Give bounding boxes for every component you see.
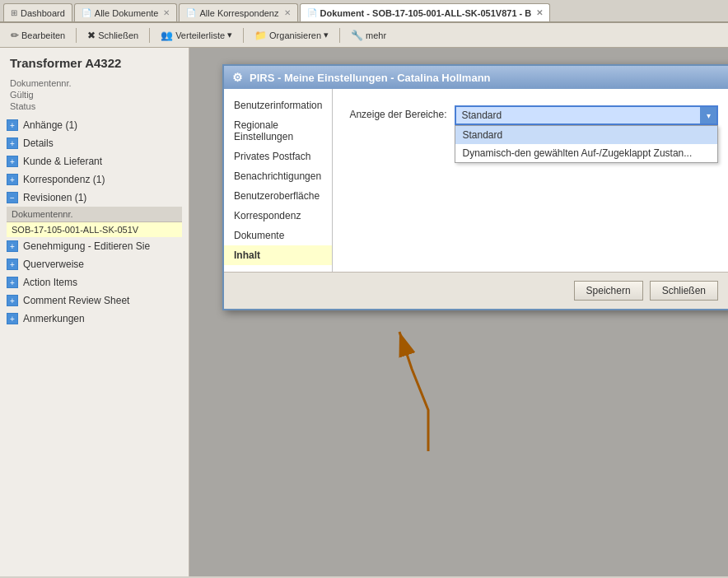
revision-sub-header: Dokumentennr.: [7, 207, 182, 222]
users-icon: 👥: [161, 30, 173, 41]
tab-bar: ⊞ Dashboard 📄 Alle Dokumente ✕ 📄 Alle Ko…: [0, 0, 728, 23]
folder-icon: 📁: [254, 30, 267, 41]
doc-icon-2: 📄: [186, 8, 196, 17]
option-dynamisch-label: Dynamisch-den gewählten Auf-/Zugeklappt …: [462, 147, 692, 159]
bearbeiten-button[interactable]: ✏ Bearbeiten: [7, 27, 69, 44]
revision-row-value: SOB-17-105-001-ALL-SK-051V: [12, 225, 138, 235]
meta-section: Dokumentennr. Gültig Status: [0, 75, 189, 116]
close-icon: ✖: [87, 30, 96, 41]
tab-dashboard[interactable]: ⊞ Dashboard: [3, 3, 72, 21]
section-action-items[interactable]: + Action Items: [0, 273, 189, 291]
nav-postfach-label: Privates Postfach: [234, 151, 310, 162]
verteilerliste-button[interactable]: 👥 Verteilerliste ▾: [156, 27, 236, 44]
dashboard-icon: ⊞: [11, 8, 17, 17]
anhange-label: Anhänge (1): [23, 119, 77, 131]
doc-icon-3: 📄: [307, 8, 317, 17]
tab-alle-dokumente[interactable]: 📄 Alle Dokumente ✕: [74, 3, 178, 21]
section-revisionen[interactable]: − Revisionen (1): [0, 189, 189, 207]
mehr-label: mehr: [366, 30, 386, 40]
option-standard-label: Standard: [462, 129, 502, 141]
action-items-expand-icon: +: [7, 277, 18, 288]
section-anmerkungen[interactable]: + Anmerkungen: [0, 310, 189, 328]
anzeige-dropdown-list: Standard Dynamisch-den gewählten Auf-/Zu…: [455, 125, 718, 163]
verteilerliste-arrow: ▾: [227, 30, 232, 40]
genehmigung-label: Genehmigung - Editieren Sie: [23, 240, 150, 252]
verteilerliste-label: Verteilerliste: [175, 30, 225, 40]
toolbar-sep-1: [76, 28, 77, 43]
querverweise-label: Querverweise: [23, 259, 84, 270]
nav-postfach[interactable]: Privates Postfach: [224, 147, 332, 166]
nav-regionale-label: Regionale Einstellungen: [234, 119, 293, 142]
nav-korrespondenz-label: Korrespondenz: [234, 210, 301, 221]
toolbar-sep-3: [243, 28, 244, 43]
dropdown-option-standard[interactable]: Standard: [455, 126, 717, 144]
genehmigung-expand-icon: +: [7, 240, 18, 252]
anzeige-field-row: Anzeige der Bereiche: ▾ Standard Dynamis…: [349, 105, 718, 125]
anmerkungen-expand-icon: +: [7, 313, 18, 324]
main-area: Transformer A4322 Dokumentennr. Gültig S…: [0, 48, 728, 576]
korrespondenz-label: Korrespondenz (1): [23, 174, 105, 185]
kunde-label: Kunde & Lieferant: [23, 156, 102, 167]
tab-dokument-label: Dokument - SOB-17-105-001-ALL-SK-051V871…: [320, 8, 532, 18]
nav-korrespondenz[interactable]: Korrespondenz: [224, 206, 332, 226]
details-label: Details: [23, 138, 54, 149]
section-querverweise[interactable]: + Querverweise: [0, 255, 189, 273]
settings-modal: ⚙ PIRS - Meine Einstellungen - Catalina …: [222, 64, 728, 310]
doc-icon-1: 📄: [82, 8, 91, 17]
section-korrespondenz[interactable]: + Korrespondenz (1): [0, 170, 189, 189]
anmerkungen-label: Anmerkungen: [23, 313, 85, 324]
save-button[interactable]: Speichern: [574, 281, 643, 301]
tab-alle-dokumente-close[interactable]: ✕: [163, 8, 170, 17]
anzeige-dropdown-input[interactable]: [455, 105, 718, 125]
toolbar: ✏ Bearbeiten ✖ Schließen 👥 Verteilerlist…: [0, 23, 728, 48]
anhange-expand-icon: +: [7, 119, 18, 131]
nav-regionale[interactable]: Regionale Einstellungen: [224, 115, 332, 147]
tab-korrespondenz[interactable]: 📄 Alle Korrespondenz ✕: [179, 3, 297, 21]
modal-content: Anzeige der Bereiche: ▾ Standard Dynamis…: [333, 89, 728, 272]
nav-benachrichtigungen[interactable]: Benachrichtigungen: [224, 166, 332, 186]
modal-title: PIRS - Meine Einstellungen - Catalina Ho…: [250, 72, 491, 84]
tab-dokument-close[interactable]: ✕: [536, 8, 543, 17]
comment-review-expand-icon: +: [7, 295, 18, 306]
action-items-label: Action Items: [23, 277, 77, 288]
nav-benutzeroberflache[interactable]: Benutzeroberfläche: [224, 186, 332, 206]
tab-korrespondenz-close[interactable]: ✕: [284, 8, 291, 17]
toolbar-sep-2: [149, 28, 150, 43]
modal-footer: Speichern Schließen: [224, 272, 728, 309]
comment-review-label: Comment Review Sheet: [23, 295, 129, 306]
tab-dashboard-label: Dashboard: [21, 8, 65, 18]
schliessen-button[interactable]: ✖ Schließen: [83, 27, 142, 44]
modal-nav: Benutzerinformation Regionale Einstellun…: [224, 89, 333, 272]
nav-benutzerinfo-label: Benutzerinformation: [234, 100, 322, 111]
tab-alle-dokumente-label: Alle Dokumente: [95, 8, 159, 18]
revision-sub-row[interactable]: SOB-17-105-001-ALL-SK-051V: [7, 222, 182, 237]
section-genehmigung[interactable]: + Genehmigung - Editieren Sie: [0, 237, 189, 255]
modal-close-button[interactable]: Schließen: [650, 281, 718, 301]
nav-inhalt[interactable]: Inhalt: [224, 245, 332, 265]
organisieren-arrow: ▾: [324, 30, 329, 40]
organisieren-button[interactable]: 📁 Organisieren ▾: [250, 27, 333, 44]
section-details[interactable]: + Details: [0, 134, 189, 152]
toolbar-sep-4: [339, 28, 340, 43]
section-kunde[interactable]: + Kunde & Lieferant: [0, 152, 189, 170]
settings-gear-icon: ⚙: [232, 71, 243, 84]
bearbeiten-label: Bearbeiten: [21, 30, 65, 40]
nav-dokumente-label: Dokumente: [234, 230, 284, 241]
tab-korrespondenz-label: Alle Korrespondenz: [199, 8, 278, 18]
content-area: ⚙ PIRS - Meine Einstellungen - Catalina …: [189, 48, 728, 576]
revision-header-label: Dokumentennr.: [12, 209, 73, 219]
revisionen-label: Revisionen (1): [23, 192, 86, 203]
section-comment-review[interactable]: + Comment Review Sheet: [0, 291, 189, 310]
tab-dokument[interactable]: 📄 Dokument - SOB-17-105-001-ALL-SK-051V8…: [300, 3, 551, 21]
nav-benutzeroberflache-label: Benutzeroberfläche: [234, 190, 320, 202]
mehr-button[interactable]: 🔧 mehr: [347, 27, 390, 44]
nav-benachrichtigungen-label: Benachrichtigungen: [234, 170, 321, 182]
modal-body: Benutzerinformation Regionale Einstellun…: [224, 89, 728, 272]
section-anhange[interactable]: + Anhänge (1): [0, 116, 189, 134]
panel-title: Transformer A4322: [0, 48, 189, 75]
dropdown-option-dynamisch[interactable]: Dynamisch-den gewählten Auf-/Zugeklappt …: [455, 144, 717, 162]
nav-benutzerinfo[interactable]: Benutzerinformation: [224, 96, 332, 115]
nav-dokumente[interactable]: Dokumente: [224, 226, 332, 245]
revisionen-expand-icon: −: [7, 192, 18, 203]
querverweise-expand-icon: +: [7, 259, 18, 270]
